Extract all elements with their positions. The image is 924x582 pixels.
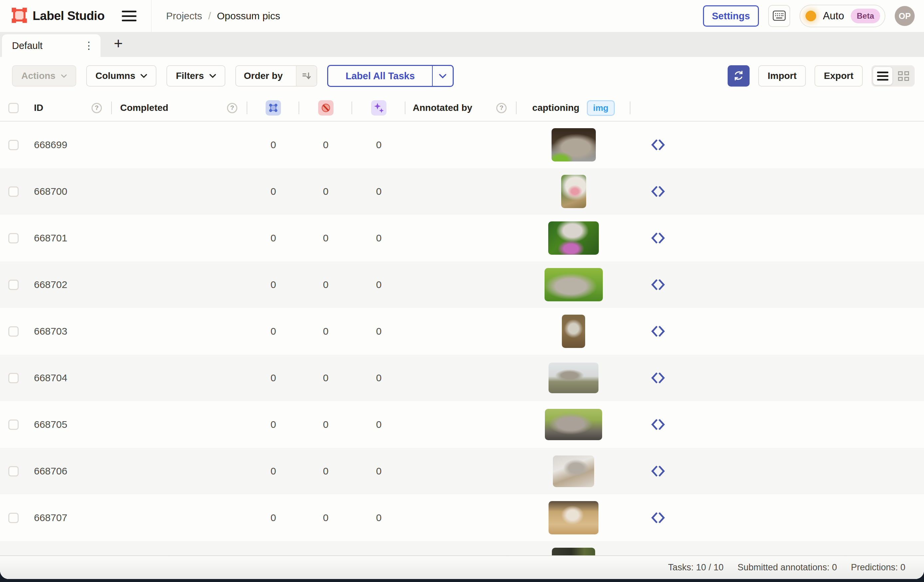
- task-image-thumbnail[interactable]: [548, 222, 599, 255]
- column-header-cancelled[interactable]: [299, 95, 352, 121]
- table-row[interactable]: 668704 0 0 0: [0, 355, 924, 401]
- task-table: 668699 0 0 0 668700 0 0 0 668701 0 0: [0, 122, 924, 579]
- table-row[interactable]: 668705 0 0 0: [0, 401, 924, 448]
- cancelled-count: 0: [299, 186, 352, 197]
- actions-button[interactable]: Actions: [12, 65, 76, 86]
- sort-direction-icon[interactable]: [296, 65, 317, 86]
- row-checkbox[interactable]: [8, 420, 19, 430]
- show-source-button[interactable]: [650, 372, 666, 384]
- row-checkbox[interactable]: [8, 466, 19, 476]
- show-source-button[interactable]: [650, 279, 666, 291]
- cancelled-count: 0: [299, 419, 352, 430]
- breadcrumb-projects[interactable]: Projects: [166, 10, 202, 21]
- label-all-tasks-split-button[interactable]: Label All Tasks: [327, 65, 454, 87]
- task-id: 668701: [26, 232, 112, 244]
- table-row[interactable]: 668702 0 0 0: [0, 261, 924, 308]
- row-checkbox[interactable]: [8, 280, 19, 290]
- order-by-button[interactable]: Order by: [235, 65, 318, 86]
- show-source-button[interactable]: [650, 512, 666, 524]
- annotations-count: 0: [248, 372, 299, 384]
- show-source-button[interactable]: [650, 139, 666, 151]
- breadcrumb: Projects / Opossum pics: [166, 10, 280, 21]
- task-image-thumbnail[interactable]: [545, 409, 602, 440]
- columns-button[interactable]: Columns: [86, 65, 157, 86]
- grid-view-icon: [898, 71, 909, 81]
- select-all-checkbox[interactable]: [8, 103, 19, 113]
- data-manager-toolbar: Actions Columns Filters Order by: [0, 57, 924, 95]
- refresh-button[interactable]: [728, 65, 749, 86]
- source-code-icon: [650, 465, 666, 477]
- row-checkbox[interactable]: [8, 513, 19, 523]
- annotations-count: 0: [248, 139, 299, 150]
- show-source-button[interactable]: [650, 232, 666, 244]
- label-studio-logo[interactable]: Label Studio: [11, 7, 104, 25]
- task-image-thumbnail[interactable]: [544, 268, 603, 301]
- show-source-button[interactable]: [650, 465, 666, 477]
- grid-view-button[interactable]: [894, 67, 913, 85]
- source-code-icon: [650, 512, 666, 524]
- task-id: 668702: [26, 279, 112, 290]
- column-header-id[interactable]: ID ?: [26, 95, 112, 121]
- add-tab-button[interactable]: +: [111, 36, 126, 54]
- refresh-icon: [733, 70, 744, 82]
- column-header-captioning[interactable]: captioning img: [516, 95, 630, 121]
- task-image-thumbnail[interactable]: [551, 128, 596, 162]
- list-view-button[interactable]: [873, 67, 893, 85]
- column-header-annotations[interactable]: [248, 95, 299, 121]
- hamburger-menu-icon[interactable]: [122, 11, 137, 21]
- task-id: 668704: [26, 372, 112, 384]
- show-source-button[interactable]: [650, 325, 666, 337]
- table-row[interactable]: 668703 0 0 0: [0, 308, 924, 355]
- filters-button[interactable]: Filters: [167, 65, 225, 86]
- actions-label: Actions: [21, 71, 56, 81]
- row-checkbox[interactable]: [8, 233, 19, 243]
- task-image-thumbnail[interactable]: [549, 501, 599, 534]
- table-row[interactable]: 668706 0 0 0: [0, 448, 924, 494]
- predictions-count: 0: [352, 139, 406, 150]
- column-header-annotated-by[interactable]: Annotated by ?: [406, 95, 516, 121]
- app-window: Label Studio Projects / Opossum pics Set…: [0, 0, 924, 579]
- annotations-count: 0: [248, 419, 299, 430]
- label-all-tasks-dropdown[interactable]: [432, 66, 453, 86]
- user-avatar[interactable]: OP: [895, 6, 915, 26]
- import-button[interactable]: Import: [758, 65, 806, 86]
- tab-default-label: Default: [12, 40, 43, 51]
- cancelled-count-icon: [318, 100, 333, 116]
- task-image-thumbnail[interactable]: [549, 362, 599, 393]
- column-header-completed[interactable]: Completed ?: [112, 95, 248, 121]
- label-all-tasks-button[interactable]: Label All Tasks: [328, 66, 432, 86]
- export-button[interactable]: Export: [815, 65, 863, 86]
- auto-status-dot-icon: [805, 11, 816, 21]
- row-checkbox[interactable]: [8, 140, 19, 150]
- show-source-button[interactable]: [650, 418, 666, 430]
- column-annotated-by-label: Annotated by: [413, 103, 472, 113]
- keyboard-icon: [772, 10, 786, 22]
- table-row[interactable]: 668699 0 0 0: [0, 122, 924, 168]
- status-bar: Tasks: 10 / 10 Submitted annotations: 0 …: [0, 556, 924, 579]
- auto-mode-toggle[interactable]: Auto Beta: [800, 5, 885, 27]
- cancelled-count: 0: [299, 139, 352, 150]
- annotated-by-help-icon[interactable]: ?: [496, 103, 507, 113]
- tab-options-kebab-icon[interactable]: ⋮: [82, 39, 96, 53]
- row-checkbox[interactable]: [8, 373, 19, 383]
- row-checkbox[interactable]: [8, 187, 19, 197]
- show-source-button[interactable]: [650, 185, 666, 197]
- tab-default[interactable]: Default ⋮: [2, 34, 101, 57]
- task-image-thumbnail[interactable]: [562, 315, 585, 348]
- table-row[interactable]: 668701 0 0 0: [0, 215, 924, 261]
- predictions-count: 0: [352, 419, 406, 430]
- task-id: 668699: [26, 139, 112, 150]
- predictions-count: 0: [352, 372, 406, 384]
- task-image-thumbnail[interactable]: [561, 175, 586, 208]
- settings-button[interactable]: Settings: [703, 5, 759, 26]
- source-code-icon: [650, 139, 666, 151]
- task-image-thumbnail[interactable]: [553, 455, 594, 487]
- column-header-predictions[interactable]: [352, 95, 406, 121]
- completed-help-icon[interactable]: ?: [227, 103, 237, 113]
- id-help-icon[interactable]: ?: [92, 103, 102, 113]
- row-checkbox[interactable]: [8, 326, 19, 337]
- keyboard-shortcuts-button[interactable]: [768, 5, 790, 27]
- table-row[interactable]: 668700 0 0 0: [0, 168, 924, 215]
- table-row[interactable]: 668707 0 0 0: [0, 494, 924, 541]
- breadcrumb-current-project: Opossum pics: [217, 10, 280, 21]
